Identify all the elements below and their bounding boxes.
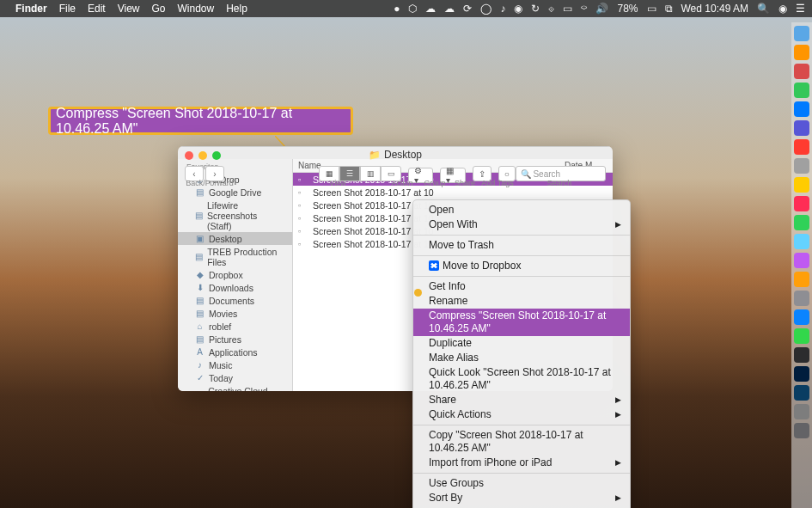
dock-app-icon[interactable] — [794, 309, 809, 325]
circle-icon[interactable]: ◯ — [480, 3, 491, 15]
dock-app-icon[interactable] — [794, 385, 809, 401]
dock-app-icon[interactable] — [794, 158, 809, 174]
dock-app-icon[interactable] — [794, 272, 809, 287]
context-menu-item[interactable]: Make Alias — [413, 351, 630, 365]
sidebar-item-icon: ⌂ — [195, 321, 205, 331]
sidebar-item[interactable]: ▤Movies — [178, 307, 292, 320]
sidebar-item-icon: ▣ — [195, 234, 205, 243]
dock-app-icon[interactable] — [794, 215, 809, 230]
status-icon[interactable]: ● — [394, 3, 400, 15]
context-menu-item[interactable]: Compress "Screen Shot 2018-10-17 at 10.4… — [413, 309, 630, 336]
dock-app-icon[interactable] — [794, 196, 809, 211]
dock-app-icon[interactable] — [794, 291, 809, 306]
dock — [791, 22, 812, 508]
menu-file[interactable]: File — [59, 3, 76, 15]
context-menu-item[interactable]: Get Info — [413, 279, 630, 294]
context-menu-item[interactable]: Open — [413, 203, 630, 217]
submenu-arrow-icon: ▶ — [615, 394, 621, 407]
menu-bar-status: ● ⬡ ☁ ☁ ⟳ ◯ ♪ ◉ ↻ ⟐ ▭ ⌔ 🔊 78% ▭ ⧉ Wed 10… — [394, 3, 805, 15]
sidebar-item[interactable]: ▤Google Drive — [178, 186, 292, 199]
context-menu-item[interactable]: Share▶ — [413, 393, 630, 407]
context-menu-item[interactable]: Duplicate — [413, 336, 630, 351]
menu-bar: Finder File Edit View Go Window Help ● ⬡… — [0, 0, 812, 17]
battery-icon[interactable]: ▭ — [647, 3, 656, 15]
switch-icon[interactable]: ⧉ — [665, 3, 673, 15]
file-icon: ▫ — [298, 188, 308, 197]
sidebar-item[interactable]: AApplications — [178, 346, 292, 358]
dock-app-icon[interactable] — [794, 64, 809, 79]
sidebar-item[interactable]: ▣Desktop — [178, 232, 292, 245]
bell-icon[interactable]: ♪ — [500, 3, 505, 15]
wifi-icon[interactable]: ⌔ — [581, 3, 587, 15]
sidebar-item-label: roblef — [209, 321, 231, 332]
menu-item-label: Make Alias — [429, 352, 479, 364]
menu-item-label: Import from iPhone or iPad — [429, 456, 552, 468]
context-menu-item[interactable]: Sort By▶ — [413, 491, 630, 505]
sidebar-item-label: Today — [209, 373, 233, 383]
dock-app-icon[interactable] — [794, 366, 809, 382]
app-name[interactable]: Finder — [15, 3, 47, 15]
sync-icon[interactable]: ⟳ — [463, 3, 472, 15]
dock-app-icon[interactable] — [794, 347, 809, 363]
sidebar-item-label: Desktop — [209, 234, 242, 244]
context-menu-item[interactable]: Quick Look "Screen Shot 2018-10-17 at 10… — [413, 365, 630, 393]
file-row[interactable]: ▫Screen Shot 2018-10-17 at 10 — [293, 186, 613, 199]
dock-app-icon[interactable] — [794, 234, 809, 249]
sidebar-item[interactable]: ▤TREB Production Files — [178, 245, 292, 268]
context-menu-item[interactable]: Rename — [413, 294, 630, 309]
menu-help[interactable]: Help — [226, 3, 247, 15]
sidebar-item-icon: ▤ — [195, 187, 205, 197]
folder-icon: 📁 — [369, 150, 381, 160]
timemachine-icon[interactable]: ↻ — [531, 3, 540, 15]
dock-app-icon[interactable] — [794, 404, 809, 419]
sidebar-item[interactable]: ⬇Downloads — [178, 281, 292, 294]
clock[interactable]: Wed 10:49 AM — [681, 3, 749, 15]
bluetooth-icon[interactable]: ⟐ — [548, 3, 554, 15]
sidebar-item[interactable]: ◆Dropbox — [178, 268, 292, 281]
siri-icon[interactable]: ◉ — [778, 3, 787, 15]
spotlight-icon[interactable]: 🔍 — [757, 3, 770, 15]
sidebar-item[interactable]: ⌂roblef — [178, 320, 292, 333]
cloud-sync-icon[interactable]: ☁ — [444, 3, 455, 15]
dock-app-icon[interactable] — [794, 139, 809, 155]
dock-app-icon[interactable] — [794, 83, 809, 98]
battery-percent[interactable]: 78% — [617, 3, 638, 15]
dock-app-icon[interactable] — [794, 45, 809, 60]
cloud-icon[interactable]: ☁ — [425, 3, 436, 15]
menu-window[interactable]: Window — [178, 3, 215, 15]
finder-titlebar: 📁Desktop ‹ › ▦ ☰ ▥ ▭ ⚙ ▾ ▦ ▾ ⇪ ○ 🔍 Searc… — [178, 146, 613, 147]
context-menu-item[interactable]: Quick Actions▶ — [413, 407, 630, 422]
context-menu-item[interactable]: Move to Trash — [413, 238, 630, 253]
context-menu-item[interactable]: Use Groups — [413, 476, 630, 491]
sidebar-item[interactable]: ▤Documents — [178, 294, 292, 307]
dock-app-icon[interactable] — [794, 26, 809, 41]
notification-icon[interactable]: ☰ — [796, 3, 805, 15]
menu-view[interactable]: View — [118, 3, 140, 15]
sidebar-item[interactable]: ▤Creative Cloud Files — [178, 384, 292, 391]
dock-app-icon[interactable] — [794, 253, 809, 268]
dock-app-icon[interactable] — [794, 177, 809, 193]
menu-edit[interactable]: Edit — [88, 3, 106, 15]
dock-app-icon[interactable] — [794, 423, 809, 438]
file-icon: ▫ — [298, 227, 308, 236]
menu-item-label: Quick Actions — [429, 408, 491, 420]
dropbox-icon[interactable]: ⬡ — [408, 3, 417, 15]
dock-app-icon[interactable] — [794, 328, 809, 344]
sidebar-item[interactable]: ▤Lifewire Screenshots (Staff) — [178, 199, 292, 232]
dock-app-icon[interactable] — [794, 120, 809, 136]
sidebar-item[interactable]: ♪Music — [178, 358, 292, 371]
airplay-icon[interactable]: ▭ — [563, 3, 572, 15]
dock-app-icon[interactable] — [794, 101, 809, 117]
menu-go[interactable]: Go — [152, 3, 166, 15]
context-menu-item[interactable]: Copy "Screen Shot 2018-10-17 at 10.46.25… — [413, 428, 630, 456]
volume-icon[interactable]: 🔊 — [595, 3, 608, 15]
mic-icon[interactable]: ◉ — [514, 3, 522, 15]
sidebar-item[interactable]: ▤Pictures — [178, 333, 292, 346]
sidebar-item[interactable]: ✓Today — [178, 371, 292, 384]
context-menu-item[interactable]: Open With▶ — [413, 217, 630, 232]
menu-separator — [413, 276, 630, 277]
context-menu-item[interactable]: Move to Dropbox — [413, 259, 630, 273]
menu-item-label: Duplicate — [429, 337, 472, 349]
context-menu-item[interactable]: Import from iPhone or iPad▶ — [413, 456, 630, 470]
sidebar-item-icon: ▤ — [195, 252, 203, 261]
